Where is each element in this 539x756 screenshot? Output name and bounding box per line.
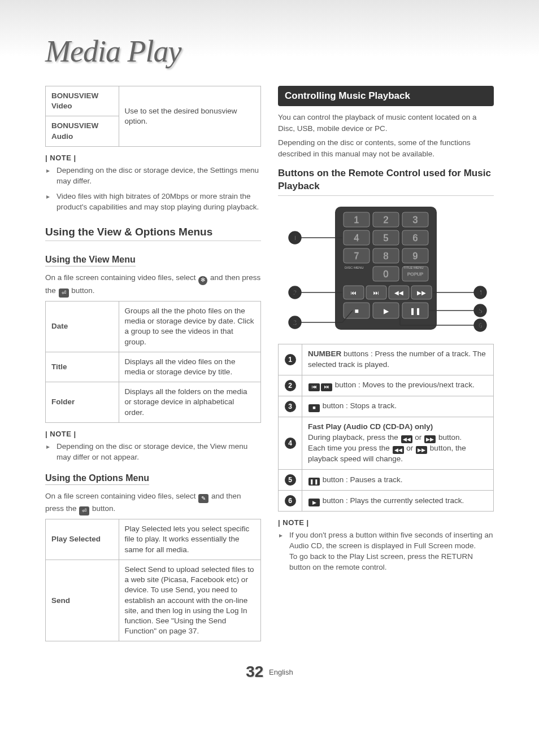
fast-forward-icon: ▶▶ [424,435,436,443]
note-item: Video files with high bitrates of 20Mbps… [54,191,261,213]
page-number: 32 [246,663,263,680]
svg-text:8: 8 [384,251,389,261]
intro-text: On a file screen containing video files,… [45,273,198,282]
options-icon: ✎ [198,494,208,503]
svg-text:4: 4 [354,233,359,243]
svg-text:❚❚: ❚❚ [410,307,421,315]
table-row: 6 ▶ button : Plays the currently selecte… [279,491,494,512]
svg-text:▶: ▶ [384,307,389,315]
svg-text:◀◀: ◀◀ [394,290,403,296]
svg-text:■: ■ [354,307,358,315]
note-list: Depending on the disc or storage device,… [45,165,261,213]
callout-4-text: Fast Play (Audio CD (CD-DA) only) During… [302,417,494,469]
callouts-table: 1 NUMBER buttons : Press the number of a… [278,344,494,512]
svg-text:3: 3 [293,319,297,327]
intro-p1: You can control the playback of music co… [278,112,494,134]
remote-diagram: 1 2 3 4 5 6 7 8 9 0 POPUP DISC MENU TITL… [278,204,494,334]
table-row: Title Displays all the video files on th… [46,352,261,382]
svg-text:3: 3 [413,215,418,225]
bonusview-audio-key: BONUSVIEW Audio [46,116,119,146]
table-row: Send Select Send to upload selected file… [46,560,261,641]
heading-view-menu: Using the View Menu [45,255,136,266]
bonusview-video-key: BONUSVIEW Video [46,86,119,116]
note-item: If you don't press a button within five … [287,530,494,573]
options-menu-intro: On a file screen containing video files,… [45,491,261,516]
note-item: Depending on the disc or storage device,… [54,165,261,187]
svg-text:7: 7 [354,251,359,261]
intro-text: button. [92,504,115,513]
table-row: 1 NUMBER buttons : Press the number of a… [279,344,494,375]
play-icon: ▶ [308,499,320,506]
stop-icon: ■ [308,404,320,412]
callout-3-text: ■ button : Stops a track. [302,396,494,417]
svg-text:0: 0 [384,269,389,279]
rewind-icon: ◀◀ [393,446,404,454]
view-menu-intro: On a file screen containing video files,… [45,272,261,298]
svg-text:2: 2 [293,289,297,297]
svg-text:6: 6 [413,233,418,243]
note-label: | NOTE | [278,518,494,527]
callout-num-5: 5 [285,474,296,486]
callout-1-text: NUMBER buttons : Press the number of a t… [302,344,494,375]
opt-send-desc: Select Send to upload selected files to … [119,560,260,641]
note-item: Depending on the disc or storage device,… [54,442,261,463]
svg-text:DISC MENU: DISC MENU [345,266,364,269]
page-title: Media Play [45,34,494,69]
sub-heading-buttons-remote: Buttons on the Remote Control used for M… [278,167,494,193]
table-row: 2 ⏮⏭ button : Moves to the previous/next… [279,375,494,396]
fast-forward-icon: ▶▶ [416,446,427,454]
right-column: Controlling Music Playback You can contr… [278,86,494,647]
callout-2-text: ⏮⏭ button : Moves to the previous/next t… [302,375,494,396]
svg-text:5: 5 [384,233,389,243]
view-folder-desc: Displays all the folders on the media or… [119,382,260,423]
heading-options-menu: Using the Options Menu [45,473,149,485]
view-switch-icon: ✻ [198,276,207,285]
page-language: English [269,668,293,676]
intro-text: button. [71,286,94,295]
view-menu-table: Date Groups all the the photo files on t… [45,301,261,423]
intro-text: On a file screen containing video files,… [45,492,198,500]
view-folder-key: Folder [46,382,119,423]
svg-text:6: 6 [479,322,483,330]
heading-view-options: Using the View & Options Menus [45,226,261,238]
callout-num-1: 1 [285,354,296,365]
table-row: 3 ■ button : Stops a track. [279,396,494,417]
next-track-icon: ⏭ [321,383,332,391]
left-column: BONUSVIEW Video Use to set the desired b… [45,86,261,647]
svg-text:5: 5 [479,307,483,315]
page-footer: 32 English [45,663,494,681]
section-bar-controlling-music: Controlling Music Playback [278,86,494,106]
fast-play-heading: Fast Play (Audio CD (CD-DA) only) [308,422,433,431]
opt-playselected-key: Play Selected [46,519,119,560]
svg-text:▶▶: ▶▶ [417,290,426,296]
view-title-desc: Displays all the video files on the medi… [119,352,260,382]
note-label: | NOTE | [45,430,261,438]
view-title-key: Title [46,352,119,382]
svg-text:1: 1 [354,215,359,225]
callout-5-text: ❚❚ button : Pauses a track. [302,470,494,491]
table-row: Date Groups all the the photo files on t… [46,301,261,352]
intro-p2: Depending on the disc or contents, some … [278,137,494,159]
options-menu-table: Play Selected Play Selected lets you sel… [45,519,261,641]
svg-text:1: 1 [293,234,297,242]
table-row: Play Selected Play Selected lets you sel… [46,519,261,560]
svg-text:4: 4 [479,289,483,297]
svg-text:2: 2 [384,215,389,225]
svg-text:POPUP: POPUP [407,272,423,277]
callout-num-4: 4 [285,438,296,449]
table-row: 5 ❚❚ button : Pauses a track. [279,470,494,491]
table-row: 4 Fast Play (Audio CD (CD-DA) only) Duri… [279,417,494,469]
callout-num-3: 3 [285,401,296,412]
enter-icon: ⏎ [79,506,89,515]
bonusview-table: BONUSVIEW Video Use to set the desired b… [45,86,261,147]
svg-text:⏭: ⏭ [373,290,379,296]
pause-icon: ❚❚ [308,478,320,486]
note-list: Depending on the disc or storage device,… [45,442,261,463]
callout-num-6: 6 [285,495,296,506]
bonusview-desc: Use to set the desired bonusview option. [119,86,260,147]
opt-playselected-desc: Play Selected lets you select specific f… [119,519,260,560]
svg-text:TITLE MENU: TITLE MENU [403,266,424,269]
svg-text:⏮: ⏮ [351,290,357,296]
svg-text:9: 9 [413,251,418,261]
table-row: Folder Displays all the folders on the m… [46,382,261,423]
